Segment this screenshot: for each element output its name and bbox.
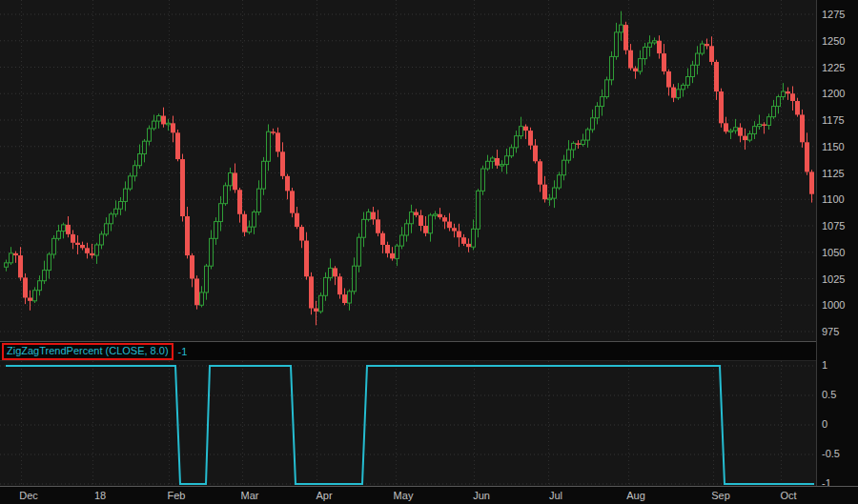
price-tick-label: 1200 <box>822 88 845 99</box>
price-tick-label: 1050 <box>822 247 845 258</box>
indicator-tick-label: 1 <box>822 359 827 371</box>
indicator-pane[interactable] <box>0 360 816 486</box>
price-tick-label: 975 <box>822 326 839 337</box>
price-tick-label: 1150 <box>822 141 845 152</box>
indicator-tick-label: 0.5 <box>822 389 836 400</box>
price-tick-label: 1025 <box>822 273 845 285</box>
time-axis-label: 18 <box>94 490 106 501</box>
time-axis-label: Jul <box>549 490 562 501</box>
indicator-plot <box>0 361 816 486</box>
time-axis[interactable]: Dec18FebMarAprMayJunJulAugSepOct <box>0 486 858 504</box>
study-value: -1 <box>178 346 188 357</box>
candlestick-plot <box>0 0 816 341</box>
time-axis-label: May <box>394 490 414 501</box>
study-label-strip: ZigZagTrendPercent (CLOSE, 8.0) -1 <box>0 341 816 360</box>
price-axis[interactable]: 1275125012251200117511501125110010751050… <box>816 0 858 486</box>
indicator-tick-label: -0.5 <box>822 448 840 459</box>
time-axis-label: Dec <box>19 490 38 501</box>
time-axis-label: Jun <box>473 490 490 501</box>
price-tick-label: 1100 <box>822 193 845 205</box>
price-tick-label: 1000 <box>822 299 845 311</box>
price-tick-label: 1275 <box>822 9 845 20</box>
time-axis-label: Mar <box>241 490 259 501</box>
chart-window: ZigZagTrendPercent (CLOSE, 8.0) -1 12751… <box>0 0 858 504</box>
time-axis-label: Sep <box>711 490 730 501</box>
time-axis-label: Feb <box>168 490 186 501</box>
price-tick-label: 1225 <box>822 62 845 73</box>
time-axis-label: Apr <box>316 490 332 501</box>
price-tick-label: 1125 <box>822 168 845 179</box>
study-label[interactable]: ZigZagTrendPercent (CLOSE, 8.0) <box>2 343 174 360</box>
price-tick-label: 1075 <box>822 220 845 232</box>
price-pane[interactable] <box>0 0 816 341</box>
price-tick-label: 1175 <box>822 114 845 126</box>
time-axis-label: Aug <box>626 490 645 501</box>
price-tick-label: 1250 <box>822 35 845 47</box>
indicator-tick-label: 0 <box>822 418 827 430</box>
time-axis-label: Oct <box>780 490 796 501</box>
